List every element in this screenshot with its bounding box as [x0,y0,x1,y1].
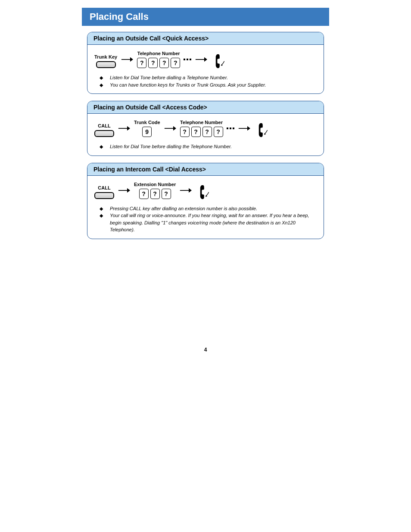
key-step: CALL [94,123,114,137]
page: Placing Calls Placing an Outside Call <Q… [0,8,411,353]
dial-digit: ? [139,189,149,199]
dial-digit: ? [162,189,171,199]
notes-list: Listen for Dial Tone before dialling the… [92,143,319,150]
card-body: CALLTrunk Code9Telephone Number????Liste… [87,114,324,156]
handset-icon [254,121,270,139]
dial-digit: ? [159,58,169,68]
key-label: CALL [98,185,110,190]
arrow-right-icon [195,54,208,65]
card-title: Placing an Outside Call <Access Code> [87,101,324,114]
page-title-bar: Placing Calls [82,8,329,26]
key-step: Trunk Key [94,54,117,68]
handset-icon [196,183,211,201]
dial-digit: ? [150,189,160,199]
dial-digit: ? [214,127,223,137]
ellipsis-icon [227,123,234,134]
note-item: Listen for Dial Tone before dialling the… [100,143,316,150]
arrow-right-icon [179,185,192,196]
dial-digit: ? [202,127,212,137]
arrow-right-icon [121,54,134,65]
arrow-right-icon [164,123,177,134]
number-label: Telephone Number [180,120,223,125]
dial-digit: ? [191,127,201,137]
key-label: CALL [98,123,110,128]
notes-list: Pressing CALL key after dialling an exte… [92,205,319,233]
dial-digit: ? [148,58,158,68]
function-key-icon [94,192,114,199]
handset-icon [211,52,227,70]
dial-digit: ? [137,58,146,68]
function-key-icon [96,61,116,68]
note-item: Pressing CALL key after dialling an exte… [100,205,316,212]
instruction-card: Placing an Intercom Call <Dial Access>CA… [87,163,324,239]
card-title: Placing an Intercom Call <Dial Access> [87,163,324,176]
key-step: CALL [94,185,114,199]
step-row: Trunk KeyTelephone Number???? [92,49,319,72]
dial-digit: ? [171,58,180,68]
number-digit-group: ??? [139,189,171,199]
ellipsis-icon [184,54,191,65]
number-step: Extension Number??? [134,182,176,199]
dial-digit: 9 [142,127,152,137]
arrow-right-icon [118,123,131,134]
notes-list: Listen for Dial Tone before dialling a T… [92,74,319,88]
trunk-code-step: Trunk Code9 [134,120,160,137]
number-label: Extension Number [134,182,176,187]
function-key-icon [94,130,114,137]
page-title: Placing Calls [90,11,149,22]
key-label: Trunk Key [94,54,117,59]
trunk-code-digit-group: 9 [142,127,152,137]
page-number: 4 [0,347,411,353]
instruction-card: Placing an Outside Call <Access Code>CAL… [87,101,324,156]
number-digit-group: ???? [180,127,223,137]
card-body: CALLExtension Number???Pressing CALL key… [87,176,324,239]
note-item: Listen for Dial Tone before dialling a T… [100,74,316,81]
card-body: Trunk KeyTelephone Number????Listen for … [87,45,324,93]
step-row: CALLExtension Number??? [92,180,319,203]
dial-digit: ? [180,127,190,137]
number-step: Telephone Number???? [137,51,180,68]
note-item: Your call will ring or voice-announce. I… [100,212,316,233]
card-title: Placing an Outside Call <Quick Access> [87,32,324,45]
step-row: CALLTrunk Code9Telephone Number???? [92,118,319,141]
note-item: You can have function keys for Trunks or… [100,81,316,89]
arrow-right-icon [118,185,131,196]
trunk-code-label: Trunk Code [134,120,160,125]
number-step: Telephone Number???? [180,120,223,137]
instruction-card: Placing an Outside Call <Quick Access>Tr… [87,32,324,94]
arrow-right-icon [238,123,251,134]
number-label: Telephone Number [137,51,180,56]
number-digit-group: ???? [137,58,180,68]
